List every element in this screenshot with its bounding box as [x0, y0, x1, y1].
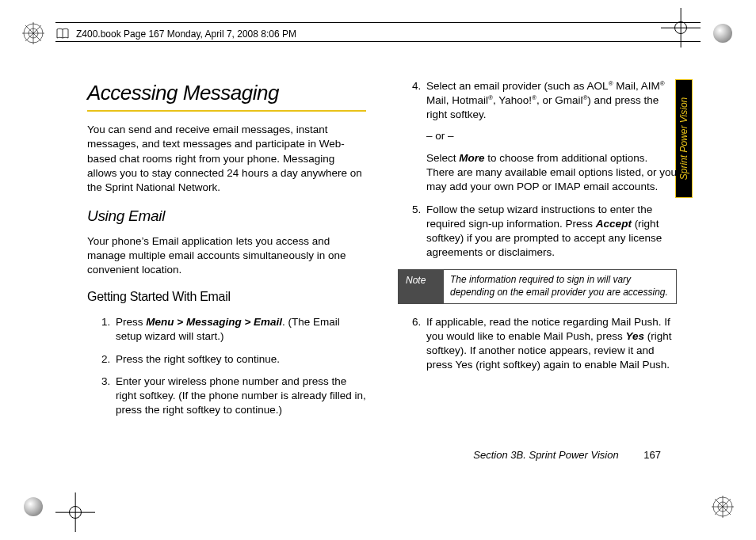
note-label: Note: [398, 269, 444, 303]
print-ornament-top-left: [22, 22, 44, 44]
step-1: 1. Press Menu > Messaging > Email. (The …: [101, 315, 366, 344]
title-underline: [87, 110, 366, 112]
header-bar: Z400.book Page 167 Monday, April 7, 2008…: [55, 25, 701, 43]
intro-paragraph: You can send and receive email messages,…: [87, 123, 366, 195]
header-rule-top: [55, 22, 701, 23]
side-tab-label: Sprint Power Vision: [678, 97, 689, 181]
left-column: Accessing Messaging You can send and rec…: [87, 79, 366, 461]
step-4-more: Select More to choose from additional op…: [426, 151, 677, 195]
page-footer: Section 3B. Sprint Power Vision 167: [473, 449, 661, 461]
header-stamp: Z400.book Page 167 Monday, April 7, 2008…: [76, 29, 296, 40]
step-4: 4. Select an email provider (such as AOL…: [412, 79, 677, 195]
side-tab: Sprint Power Vision: [675, 79, 693, 198]
right-column: 4. Select an email provider (such as AOL…: [398, 79, 677, 461]
step-6: 6. If applicable, read the notice regard…: [412, 315, 677, 373]
print-ornament-top-right: [713, 24, 732, 43]
page-title: Accessing Messaging: [87, 79, 366, 107]
content-area: Accessing Messaging You can send and rec…: [87, 79, 677, 461]
print-ornament-bottom-right: [712, 496, 734, 518]
step-3: 3. Enter your wireless phone number and …: [101, 375, 366, 418]
steps-list-right: 4. Select an email provider (such as AOL…: [398, 79, 677, 260]
using-email-heading: Using Email: [87, 206, 366, 226]
footer-page-number: 167: [643, 449, 661, 461]
step-5: 5. Follow the setup wizard instructions …: [412, 203, 677, 260]
print-ornament-bottom-left: [24, 497, 43, 516]
getting-started-heading: Getting Started With Email: [87, 288, 366, 306]
steps-list-left: 1. Press Menu > Messaging > Email. (The …: [87, 315, 366, 417]
steps-list-right-2: 6. If applicable, read the notice regard…: [398, 315, 677, 373]
step-2: 2. Press the right softkey to continue.: [101, 352, 366, 367]
footer-section: Section 3B. Sprint Power Vision: [473, 449, 618, 461]
header-rule-bottom: [55, 41, 701, 42]
book-icon: [55, 27, 70, 41]
step-4-or: – or –: [426, 129, 677, 143]
crop-mark-bottom: [55, 492, 95, 532]
using-email-paragraph: Your phone’s Email application lets you …: [87, 234, 366, 278]
note-box: Note The information required to sign in…: [398, 269, 677, 303]
note-body: The information required to sign in will…: [444, 269, 677, 303]
